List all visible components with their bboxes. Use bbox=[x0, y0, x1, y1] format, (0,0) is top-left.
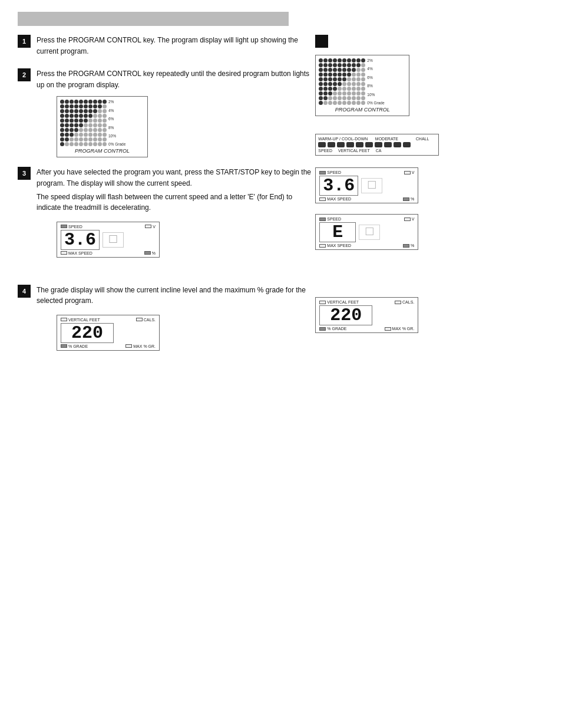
step-3: 3 After you have selected the program yo… bbox=[18, 167, 315, 257]
cals-label: CALS. bbox=[136, 318, 156, 322]
grade-display: VERTICAL FEET CALS. 220 bbox=[57, 315, 160, 351]
right-speed-display: SPEED V 3.6 □ MAX SPEE bbox=[315, 167, 544, 203]
speed-value: 3.6 bbox=[61, 230, 100, 250]
v-indicator bbox=[145, 225, 151, 228]
step-2-figure: 2% 4% 6% 8% 10% 0% Grade PROGRAM CONTROL bbox=[57, 96, 315, 157]
step-number-2: 2 bbox=[18, 68, 31, 81]
pc-right-labels: 2% 4% 6% 8% 10% 0% Grade bbox=[108, 100, 125, 146]
right-speed-secondary: □ bbox=[361, 178, 382, 193]
pc-title: PROGRAM CONTROL bbox=[60, 148, 144, 154]
right-pc-title: PROGRAM CONTROL bbox=[319, 107, 406, 113]
pct-grade-label: % GRADE bbox=[61, 344, 88, 348]
step-4-text: The grade display will show the current … bbox=[37, 285, 315, 307]
max-grade-indicator bbox=[125, 344, 132, 348]
vf-indicator bbox=[61, 318, 67, 321]
speed-label: SPEED bbox=[61, 225, 82, 229]
max-speed-indicator bbox=[61, 251, 67, 255]
step-2-text: Press the PROGRAM CONTROL key repeatedly… bbox=[37, 68, 315, 90]
v-label: V bbox=[145, 225, 156, 229]
step-number-1: 1 bbox=[18, 35, 31, 48]
cals-indicator bbox=[136, 318, 143, 321]
right-step-marker-1 bbox=[315, 35, 544, 48]
prog-bottom-labels: SPEED VERTICAL FEET CA bbox=[318, 149, 436, 153]
step-4-figure: VERTICAL FEET CALS. 220 bbox=[57, 315, 315, 351]
right-speed-e-value: E bbox=[319, 222, 356, 242]
right-pc-dot-grid bbox=[319, 58, 365, 105]
right-program-bar: WARM-UP / COOL-DOWN MODERATE CHALL SPEED… bbox=[315, 134, 544, 156]
pct-grade-indicator bbox=[61, 344, 67, 348]
step-number-3: 3 bbox=[18, 167, 31, 180]
max-grade-label: MAX % GR. bbox=[125, 344, 156, 348]
step-2: 2 Press the PROGRAM CONTROL key repeated… bbox=[18, 68, 315, 157]
right-pc-labels: 2% 4% 6% 8% 10% 0% Grade bbox=[367, 58, 384, 105]
step-1-text: Press the PROGRAM CONTROL key. The progr… bbox=[37, 35, 315, 57]
pc-dot-grid bbox=[60, 100, 107, 146]
right-speed-e-secondary: □ bbox=[359, 225, 380, 240]
step-number-4: 4 bbox=[18, 285, 31, 298]
step-4: 4 The grade display will show the curren… bbox=[18, 285, 315, 351]
title-bar bbox=[18, 12, 289, 26]
step-3-text: After you have selected the program you … bbox=[37, 167, 315, 213]
speed-indicator bbox=[61, 225, 67, 228]
prog-top-labels: WARM-UP / COOL-DOWN MODERATE CHALL bbox=[318, 137, 436, 141]
grade-value: 220 bbox=[61, 323, 114, 343]
vertical-feet-label: VERTICAL FEET bbox=[61, 318, 100, 322]
prog-dots bbox=[318, 142, 436, 147]
right-speed-value: 3.6 bbox=[319, 176, 358, 196]
percent-label: % bbox=[144, 251, 156, 255]
max-speed-label: MAX SPEED bbox=[61, 251, 92, 255]
right-speed-e-display: SPEED V E □ MAX SPEED bbox=[315, 214, 544, 250]
right-grade-value: 220 bbox=[319, 305, 372, 325]
speed-secondary: □ bbox=[103, 232, 124, 248]
right-grade-display: VERTICAL FEET CALS. 220 % GRADE bbox=[315, 297, 544, 333]
step-3-figure: SPEED V 3.6 □ bbox=[57, 222, 315, 258]
percent-indicator bbox=[144, 251, 151, 255]
speed-display: SPEED V 3.6 □ bbox=[57, 222, 160, 258]
right-pc-figure: 2% 4% 6% 8% 10% 0% Grade PROGRAM CONTROL bbox=[315, 55, 544, 116]
step-1: 1 Press the PROGRAM CONTROL key. The pro… bbox=[18, 35, 315, 59]
